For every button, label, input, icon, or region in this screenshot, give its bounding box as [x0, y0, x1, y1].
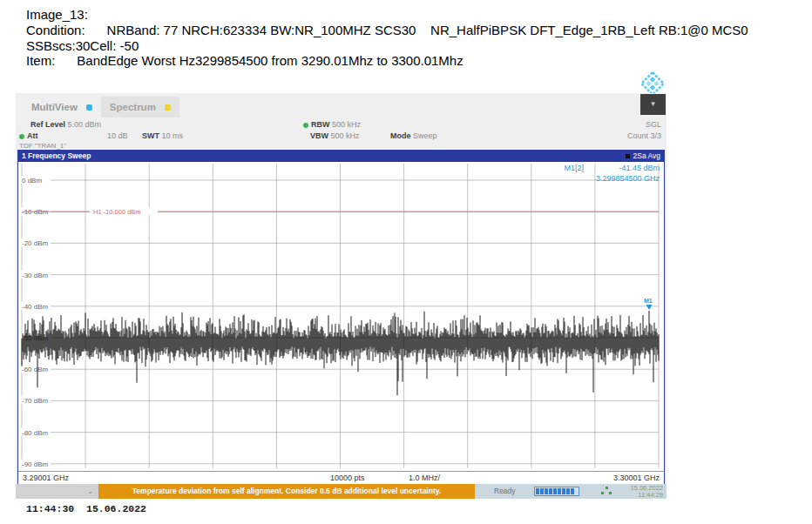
spectrum-trace-plot: 0 dBm-10 dBm-20 dBm-30 dBm-40 dBm-50 dBm…: [18, 162, 662, 471]
att-field[interactable]: Att: [19, 131, 38, 140]
rs-logo-icon: [640, 71, 665, 96]
sweep-progress-bar: [534, 487, 579, 496]
svg-text:-20 dBm: -20 dBm: [22, 239, 49, 247]
x-axis-row: 3.29001 GHz 10000 pts 1.0 MHz/ 3.30001 G…: [18, 471, 664, 485]
svg-text:-40 dBm: -40 dBm: [22, 303, 49, 311]
svg-text:-30 dBm: -30 dBm: [22, 272, 49, 279]
marker-level: -41.45 dBm: [619, 164, 660, 172]
svg-text:H1 -10.000 dBm: H1 -10.000 dBm: [93, 208, 141, 216]
svg-text:-60 dBm: -60 dBm: [22, 366, 49, 373]
doc-line-condition: Condition: NRBand: 77 NRCH:623334 BW:NR_…: [26, 23, 748, 37]
rbw-field[interactable]: RBW 500 kHz: [303, 120, 361, 129]
count-indicator: Count 3/3: [627, 131, 661, 140]
svg-text:-90 dBm: -90 dBm: [22, 460, 49, 468]
svg-text:-80 dBm: -80 dBm: [22, 429, 49, 437]
tab-multiview-label: MultiView: [31, 102, 78, 112]
tab-spectrum[interactable]: Spectrum: [101, 97, 179, 118]
tdf-label: TDF "TRAN_1": [19, 142, 66, 150]
status-warning-message: Temperature deviation from self alignmen…: [98, 484, 475, 499]
marker-readout: M1[2] -41.45 dBm 3.299854500 GHz: [18, 163, 664, 184]
x-axis-stop-label: 3.30001 GHz: [613, 474, 660, 482]
x-axis-points-label: 10000 pts: [330, 474, 365, 482]
frequency-sweep-window: 1 Frequency Sweep 2Sa Avg 0 dBm-10 dBm-2…: [17, 150, 665, 486]
svg-text:M1: M1: [644, 298, 653, 304]
window-titlebar[interactable]: 1 Frequency Sweep 2Sa Avg: [18, 151, 664, 162]
status-datetime: 15.06.2022 11:44:29: [630, 485, 663, 499]
doc-line-title: Image_13:: [26, 7, 88, 22]
att-label: Att: [27, 131, 38, 140]
svg-text:-70 dBm: -70 dBm: [22, 397, 49, 405]
ref-level-field[interactable]: Ref Level 5.00 dBm: [30, 120, 101, 129]
multiview-indicator-icon: [86, 104, 92, 111]
tab-multiview[interactable]: MultiView: [23, 97, 101, 118]
swt-value: 10 ms: [162, 131, 184, 140]
diagram-area[interactable]: 0 dBm-10 dBm-20 dBm-30 dBm-40 dBm-50 dBm…: [18, 162, 664, 471]
att-coupled-icon: [19, 134, 24, 139]
rbw-coupled-icon: [303, 123, 308, 128]
mode-value: Sweep: [413, 131, 437, 140]
swt-label: SWT: [142, 131, 159, 140]
mode-field[interactable]: Mode Sweep: [390, 131, 437, 140]
x-axis-scale-label: 1.0 MHz/: [409, 474, 440, 482]
sgl-indicator: SGL: [646, 120, 661, 129]
network-status-icon: [601, 487, 612, 496]
marker-name: M1[2]: [564, 164, 584, 172]
att-value: 10 dB: [107, 131, 128, 140]
window-menu-button[interactable]: ▾: [640, 94, 666, 115]
x-axis-start-label: 3.29001 GHz: [23, 474, 69, 482]
swt-field[interactable]: SWT 10 ms: [142, 131, 183, 140]
mode-label: Mode: [390, 131, 411, 140]
doc-line-ssbscs: SSBscs:30Cell: -50: [26, 38, 139, 53]
vbw-label: VBW: [310, 131, 328, 140]
tab-spectrum-label: Spectrum: [110, 102, 156, 112]
trace-mode-indicator: 2Sa Avg: [626, 151, 660, 162]
channel-tabs: MultiView Spectrum: [23, 97, 179, 118]
ref-level-value: 5.00 dBm: [68, 120, 102, 129]
rbw-label: RBW: [311, 120, 330, 129]
document-page: Image_13: Condition: NRBand: 77 NRCH:623…: [0, 0, 812, 524]
marker-frequency: 3.299854500 GHz: [596, 174, 660, 183]
vbw-value: 500 kHz: [331, 131, 360, 140]
status-bar: ⌄ Temperature deviation from self alignm…: [16, 484, 667, 499]
ref-level-label: Ref Level: [30, 120, 65, 129]
spectrum-indicator-icon: [165, 104, 171, 111]
vbw-field[interactable]: VBW 500 kHz: [310, 131, 360, 140]
status-time: 11:44:29: [630, 492, 663, 499]
status-state: Ready: [494, 484, 516, 499]
spectrum-analyzer-screenshot: ▾ MultiView Spectrum Ref Level 5.00 dBm …: [16, 93, 667, 499]
status-dropdown[interactable]: ⌄: [16, 484, 98, 499]
trace-color-icon: [626, 154, 630, 158]
screenshot-caption: 11:44:30 15.06.2022: [26, 503, 146, 514]
svg-text:-10 dBm: -10 dBm: [22, 208, 49, 216]
doc-line-item: Item: BandEdge Worst Hz3299854500 from 3…: [26, 53, 464, 68]
window-title: 1 Frequency Sweep: [22, 151, 91, 160]
rbw-value: 500 kHz: [332, 120, 361, 129]
